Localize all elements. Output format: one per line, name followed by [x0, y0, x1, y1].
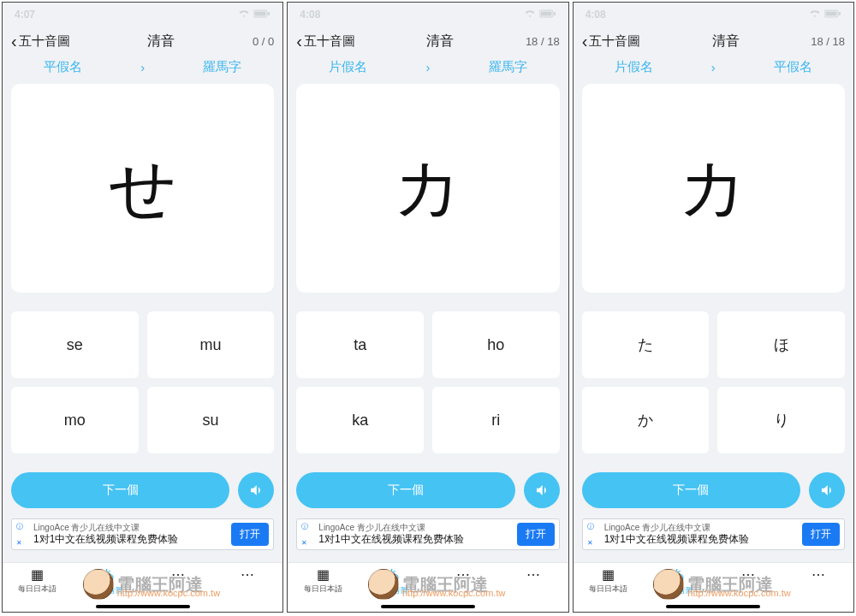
mode-row: 片假名 › 羅馬字	[288, 56, 568, 79]
mode-row: 片假名 › 平假名	[574, 56, 853, 79]
answer-option-1[interactable]: se	[11, 311, 139, 378]
next-button[interactable]: 下一個	[296, 472, 514, 508]
sound-button[interactable]	[809, 472, 845, 508]
battery-icon	[539, 9, 556, 21]
home-indicator[interactable]	[96, 605, 190, 608]
tab-daily[interactable]: ▦每日日本語	[288, 563, 358, 612]
mode-from[interactable]: 片假名	[329, 59, 367, 75]
ad-line2: 1对1中文在线视频课程免费体验	[318, 533, 511, 547]
tab-icon: ⋯	[526, 566, 540, 583]
answer-option-3[interactable]: mo	[11, 387, 139, 453]
status-right	[524, 9, 556, 21]
tab-4[interactable]: ⋯	[783, 563, 853, 612]
ad-line1: LingoAce 青少儿在线中文课	[604, 522, 797, 533]
ad-cta-button[interactable]: 打开	[231, 523, 269, 546]
answer-option-4[interactable]: ri	[432, 387, 560, 453]
action-row: 下一個	[11, 472, 274, 508]
status-time: 4:07	[15, 9, 35, 21]
ad-line1: LingoAce 青少儿在线中文课	[33, 522, 226, 533]
ad-banner[interactable]: ⓘ✕ LingoAce 青少儿在线中文课 1对1中文在线视频课程免费体验 打开	[11, 518, 274, 550]
nav-header: ‹ 五十音圖 清音 18 / 18	[288, 27, 568, 56]
mode-row: 平假名 › 羅馬字	[3, 56, 282, 79]
tab-icon: ⋯	[171, 566, 185, 583]
answer-option-2[interactable]: mu	[147, 311, 275, 378]
chevron-left-icon: ‹	[582, 32, 588, 51]
flash-card[interactable]: カ	[296, 84, 559, 293]
back-button[interactable]: ‹ 五十音圖	[582, 32, 641, 51]
back-button[interactable]: ‹ 五十音圖	[11, 32, 70, 51]
progress-counter: 18 / 18	[811, 35, 845, 48]
battery-icon	[824, 9, 841, 21]
answer-option-3[interactable]: か	[582, 387, 710, 453]
flash-card[interactable]: せ	[11, 84, 274, 293]
ad-cta-button[interactable]: 打开	[517, 523, 555, 546]
back-button[interactable]: ‹ 五十音圖	[296, 32, 355, 51]
mode-from[interactable]: 平假名	[44, 59, 82, 75]
mode-to[interactable]: 羅馬字	[489, 59, 527, 75]
answer-option-1[interactable]: ta	[296, 311, 424, 378]
answer-grid: se mu mo su	[11, 311, 274, 453]
flash-card[interactable]: カ	[582, 84, 845, 293]
chevron-right-icon: ›	[425, 60, 430, 74]
ad-banner[interactable]: ⓘ✕ LingoAce 青少儿在线中文课 1对1中文在线视频课程免费体验 打开	[296, 518, 559, 550]
nav-header: ‹ 五十音圖 清音 18 / 18	[574, 27, 853, 56]
tab-daily[interactable]: ▦ 每日日本語	[3, 563, 73, 612]
mode-to[interactable]: 平假名	[774, 59, 812, 75]
svg-rect-7	[825, 12, 836, 16]
kana-icon: あ	[386, 566, 400, 584]
svg-rect-1	[255, 12, 266, 16]
chevron-left-icon: ‹	[11, 32, 17, 51]
answer-option-3[interactable]: ka	[296, 387, 424, 453]
progress-counter: 18 / 18	[526, 35, 560, 48]
answer-option-4[interactable]: り	[717, 387, 845, 453]
tab-label: 五十音圖	[377, 585, 408, 596]
next-button[interactable]: 下一個	[582, 472, 800, 508]
card-glyph: カ	[394, 144, 462, 234]
tab-icon: ⋯	[456, 566, 470, 583]
tab-4[interactable]: ⋯	[498, 563, 568, 612]
card-glyph: せ	[109, 144, 177, 234]
ad-banner[interactable]: ⓘ✕ LingoAce 青少儿在线中文课 1对1中文在线视频课程免费体验 打开	[582, 518, 845, 550]
status-time: 4:08	[586, 9, 606, 21]
mode-from[interactable]: 片假名	[615, 59, 653, 75]
mode-to[interactable]: 羅馬字	[203, 59, 241, 75]
card-glyph: カ	[679, 144, 747, 234]
speaker-icon	[534, 483, 550, 498]
wifi-icon	[524, 9, 536, 21]
back-label: 五十音圖	[589, 33, 640, 50]
chevron-left-icon: ‹	[296, 32, 302, 51]
status-bar: 4:08	[574, 3, 853, 27]
answer-option-2[interactable]: ho	[432, 311, 560, 378]
battery-icon	[253, 9, 270, 21]
tab-icon: ⋯	[741, 566, 755, 583]
ad-text: LingoAce 青少儿在线中文课 1对1中文在线视频课程免费体验	[318, 522, 511, 547]
next-button[interactable]: 下一個	[11, 472, 229, 508]
home-indicator[interactable]	[381, 605, 475, 608]
ad-cta-button[interactable]: 打开	[802, 523, 840, 546]
speaker-icon	[248, 483, 264, 498]
sound-button[interactable]	[238, 472, 274, 508]
page-title: 清音	[426, 33, 454, 50]
chevron-right-icon: ›	[140, 60, 145, 74]
tab-daily[interactable]: ▦每日日本語	[574, 563, 644, 612]
sound-button[interactable]	[524, 472, 560, 508]
screen-3: 4:08 ‹ 五十音圖 清音 18 / 18 片假名 › 平假名 カ た ほ か…	[573, 2, 854, 613]
page-title: 清音	[147, 33, 175, 50]
answer-option-1[interactable]: た	[582, 311, 710, 378]
answer-grid: た ほ か り	[582, 311, 845, 453]
back-label: 五十音圖	[19, 33, 70, 50]
calendar-icon: ▦	[31, 566, 44, 583]
page-title: 清音	[712, 33, 740, 50]
action-row: 下一個	[296, 472, 559, 508]
ad-info-icon: ⓘ✕	[301, 522, 313, 547]
kana-icon: あ	[101, 566, 115, 584]
status-time: 4:08	[300, 9, 320, 21]
svg-rect-5	[554, 12, 556, 15]
tab-icon: ⋯	[241, 566, 254, 583]
ad-line2: 1对1中文在线视频课程免费体验	[33, 533, 226, 547]
home-indicator[interactable]	[666, 605, 760, 608]
answer-option-2[interactable]: ほ	[717, 311, 845, 378]
status-right	[238, 9, 270, 21]
tab-4[interactable]: ⋯	[212, 563, 282, 612]
answer-option-4[interactable]: su	[147, 387, 275, 453]
